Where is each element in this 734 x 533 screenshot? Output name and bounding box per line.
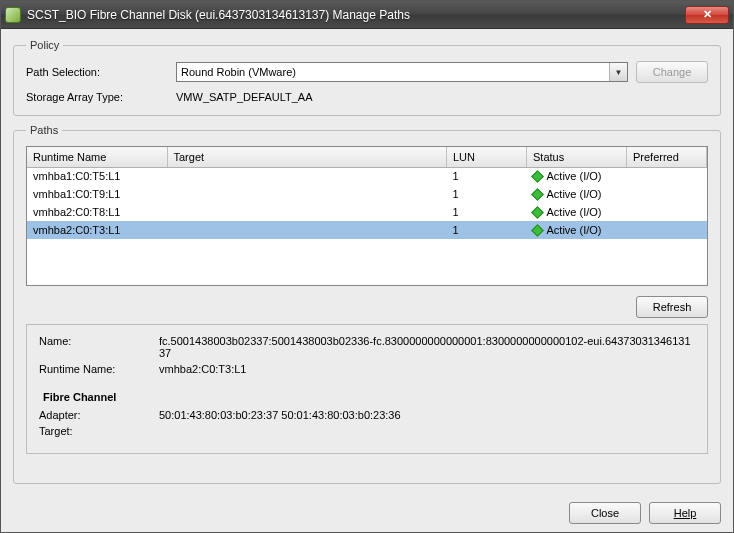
detail-name-value: fc.5001438003b02337:5001438003b02336-fc.… — [159, 335, 695, 359]
status-active-icon — [531, 206, 544, 219]
paths-table-container: Runtime Name Target LUN Status Preferred… — [26, 146, 708, 286]
change-button: Change — [636, 61, 708, 83]
lun-cell: 1 — [447, 185, 527, 203]
dialog-footer: Close Help — [13, 492, 721, 524]
lun-cell: 1 — [447, 167, 527, 185]
app-icon — [5, 7, 21, 23]
lun-cell: 1 — [447, 221, 527, 239]
detail-adapter-label: Adapter: — [39, 409, 159, 421]
status-text: Active (I/O) — [547, 170, 602, 182]
status-text: Active (I/O) — [547, 224, 602, 236]
policy-group: Policy Path Selection: Round Robin (VMwa… — [13, 39, 721, 116]
detail-adapter-value: 50:01:43:80:03:b0:23:37 50:01:43:80:03:b… — [159, 409, 695, 421]
preferred-cell — [627, 167, 707, 185]
status-cell: Active (I/O) — [527, 203, 627, 221]
runtime-cell: vmhba1:C0:T9:L1 — [27, 185, 167, 203]
preferred-cell — [627, 203, 707, 221]
policy-legend: Policy — [26, 39, 63, 51]
titlebar[interactable]: SCST_BIO Fibre Channel Disk (eui.6437303… — [1, 1, 733, 29]
dialog-content: Policy Path Selection: Round Robin (VMwa… — [1, 29, 733, 532]
status-cell: Active (I/O) — [527, 221, 627, 239]
detail-runtime-value: vmhba2:C0:T3:L1 — [159, 363, 695, 375]
runtime-cell: vmhba2:C0:T8:L1 — [27, 203, 167, 221]
target-cell — [167, 203, 447, 221]
status-active-icon — [531, 224, 544, 237]
table-row[interactable]: vmhba2:C0:T8:L11Active (I/O) — [27, 203, 707, 221]
manage-paths-dialog: SCST_BIO Fibre Channel Disk (eui.6437303… — [0, 0, 734, 533]
storage-array-type-label: Storage Array Type: — [26, 91, 176, 103]
status-cell: Active (I/O) — [527, 185, 627, 203]
status-active-icon — [531, 170, 544, 183]
status-cell: Active (I/O) — [527, 167, 627, 185]
window-title: SCST_BIO Fibre Channel Disk (eui.6437303… — [27, 8, 685, 22]
target-cell — [167, 167, 447, 185]
target-cell — [167, 221, 447, 239]
detail-runtime-label: Runtime Name: — [39, 363, 159, 375]
detail-target-value — [159, 425, 695, 437]
chevron-down-icon: ▼ — [609, 63, 627, 81]
refresh-button[interactable]: Refresh — [636, 296, 708, 318]
col-runtime-name[interactable]: Runtime Name — [27, 147, 167, 167]
path-selection-label: Path Selection: — [26, 66, 176, 78]
col-lun[interactable]: LUN — [447, 147, 527, 167]
window-close-button[interactable]: ✕ — [685, 6, 729, 24]
path-selection-dropdown[interactable]: Round Robin (VMware) ▼ — [176, 62, 628, 82]
col-status[interactable]: Status — [527, 147, 627, 167]
status-text: Active (I/O) — [547, 188, 602, 200]
detail-target-label: Target: — [39, 425, 159, 437]
close-icon: ✕ — [703, 8, 712, 21]
paths-legend: Paths — [26, 124, 62, 136]
path-details-panel: Name: fc.5001438003b02337:5001438003b023… — [26, 324, 708, 454]
storage-array-type-value: VMW_SATP_DEFAULT_AA — [176, 91, 313, 103]
lun-cell: 1 — [447, 203, 527, 221]
status-text: Active (I/O) — [547, 206, 602, 218]
table-row[interactable]: vmhba1:C0:T5:L11Active (I/O) — [27, 167, 707, 185]
table-row[interactable]: vmhba1:C0:T9:L11Active (I/O) — [27, 185, 707, 203]
paths-table: Runtime Name Target LUN Status Preferred… — [27, 147, 707, 239]
preferred-cell — [627, 185, 707, 203]
close-button[interactable]: Close — [569, 502, 641, 524]
help-button[interactable]: Help — [649, 502, 721, 524]
path-selection-value: Round Robin (VMware) — [181, 66, 296, 78]
target-cell — [167, 185, 447, 203]
paths-group: Paths Runtime Name Target LUN Status Pre… — [13, 124, 721, 484]
col-target[interactable]: Target — [167, 147, 447, 167]
detail-name-label: Name: — [39, 335, 159, 359]
col-preferred[interactable]: Preferred — [627, 147, 707, 167]
fibre-channel-header: Fibre Channel — [43, 391, 695, 403]
status-active-icon — [531, 188, 544, 201]
runtime-cell: vmhba1:C0:T5:L1 — [27, 167, 167, 185]
table-row[interactable]: vmhba2:C0:T3:L11Active (I/O) — [27, 221, 707, 239]
preferred-cell — [627, 221, 707, 239]
runtime-cell: vmhba2:C0:T3:L1 — [27, 221, 167, 239]
